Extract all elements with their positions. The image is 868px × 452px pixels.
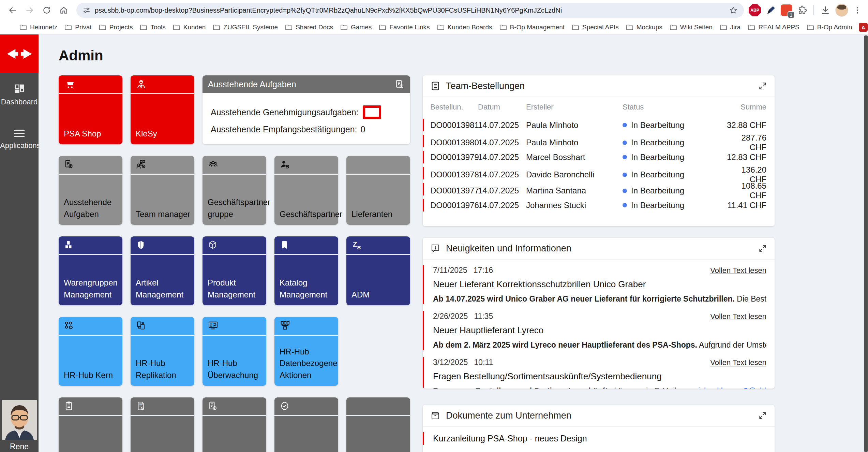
tile-unlabeled[interactable] <box>346 397 410 452</box>
news-body: Fragen zur Bestellung und Sortimentsausk… <box>433 387 766 389</box>
extensions-puzzle-icon[interactable] <box>797 5 807 15</box>
order-date: 14.07.2025 <box>478 152 526 162</box>
order-id: DO00013979 <box>430 152 478 162</box>
bookmark-folder-jira[interactable]: Jira <box>719 23 741 31</box>
expand-button[interactable] <box>758 244 767 253</box>
folder-icon <box>499 23 507 31</box>
dashboard-icon <box>0 83 39 95</box>
bookmark-folder-bop-admin[interactable]: B-Op Admin <box>806 23 852 31</box>
home-button[interactable] <box>56 2 72 18</box>
bookmark-adobe-acrobat[interactable]: AAdobe Acrobat <box>859 23 868 32</box>
table-row[interactable]: DO00013978 14.07.2025 Davide Baronchelli… <box>423 165 775 181</box>
tile-team-manager[interactable]: Team manager <box>131 156 194 225</box>
forward-icon <box>25 6 34 15</box>
tile-hr-hub-ueberwachung[interactable]: HR-Hub Überwachung <box>203 317 266 386</box>
site-info-icon[interactable] <box>83 6 91 14</box>
tile-lieferanten[interactable]: Lieferanten <box>346 156 410 225</box>
table-row[interactable]: DO00013981 14.07.2025 Paula Minhoto In B… <box>423 117 775 133</box>
shopping-cart-icon <box>64 79 75 90</box>
bookmark-folder-wiki-seiten[interactable]: Wiki Seiten <box>669 23 713 31</box>
tile-hr-hub-datenbezogene-aktionen[interactable]: HR-Hub Datenbezogene Aktionen <box>274 317 338 386</box>
table-row[interactable]: DO00013976 14.07.2025 Johannes Stucki In… <box>423 197 775 213</box>
svg-text:Z: Z <box>353 240 357 248</box>
read-more-link[interactable]: Vollen Text lesen <box>710 266 766 275</box>
bookmark-folder-tools[interactable]: Tools <box>139 23 165 31</box>
tile-artikel-management[interactable]: Artikel Management <box>131 236 194 305</box>
bookmark-folder-zugseil-systeme[interactable]: ZUGSEIL Systeme <box>212 23 278 31</box>
bookmark-folder-kunden[interactable]: Kunden <box>173 23 206 31</box>
scrollbar-thumb[interactable] <box>864 35 868 452</box>
dashboard-panels: Team-Bestellungen Bestellun. Datum Erste… <box>423 75 775 452</box>
expand-button[interactable] <box>758 82 767 90</box>
squares-icon <box>64 240 74 250</box>
bookmark-star-icon[interactable] <box>729 6 738 15</box>
news-title: Neuer Hauptlieferant Lyreco <box>433 325 766 336</box>
sidebar-item-dashboard[interactable]: Dashboard <box>0 83 39 106</box>
bookmark-folder-privat[interactable]: Privat <box>64 23 92 31</box>
adblock-extension-icon[interactable]: ABP <box>749 4 761 16</box>
tile-klesy[interactable]: KleSy <box>131 75 194 144</box>
forward-button[interactable] <box>22 2 38 18</box>
tile-document-percent[interactable] <box>203 397 266 452</box>
expand-button[interactable] <box>758 411 767 420</box>
bookmark-folder-heimnetz[interactable]: Heimnetz <box>19 23 57 31</box>
table-row[interactable]: DO00013977 14.07.2025 Martina Santana In… <box>423 181 775 197</box>
document-item[interactable]: Kurzanleitung PSA-Shop - neues Design <box>423 431 775 446</box>
bookmark-folder-favorite-links[interactable]: Favorite Links <box>378 23 430 31</box>
sync-devices-icon <box>136 320 146 331</box>
tile-label: Katalog Management <box>280 277 335 301</box>
pen-extension-icon[interactable] <box>766 5 776 15</box>
tile-adm[interactable]: Z ADM <box>346 236 410 305</box>
red-extension-icon[interactable]: 1 <box>781 4 792 16</box>
app-sidebar: Dashboard Applications Rene <box>0 34 39 452</box>
url-text[interactable]: psa.sbb.b-op.com/bop-desktop?BusinessPar… <box>95 6 729 14</box>
bookmarks-bar: Heimnetz Privat Projects Tools Kunden ZU… <box>0 20 868 34</box>
news-time: 17:16 <box>474 266 493 275</box>
bookmark-folder-mockups[interactable]: Mockups <box>626 23 662 31</box>
order-creator: Paula Minhoto <box>526 120 623 130</box>
cube-icon <box>208 240 218 250</box>
tile-clipboard[interactable] <box>59 397 122 452</box>
tile-ausstehende-aufgaben[interactable]: Ausstehende Aufgaben <box>59 156 122 225</box>
table-row[interactable]: DO00013979 14.07.2025 Marcel Bosshart In… <box>423 149 775 165</box>
profile-avatar[interactable] <box>835 4 848 17</box>
tile-produkt-management[interactable]: Produkt Management <box>203 236 266 305</box>
tile-vat-document[interactable]: VAT <box>131 397 194 452</box>
folder-icon <box>139 23 148 31</box>
bookmark-folder-bop-management[interactable]: B-Op Management <box>499 23 565 31</box>
bookmark-folder-games[interactable]: Games <box>340 23 372 31</box>
table-row[interactable]: DO00013980 14.07.2025 Paula Minhoto In B… <box>423 133 775 149</box>
folder-icon <box>64 23 72 31</box>
reload-button[interactable] <box>39 2 55 18</box>
tile-warengruppen-management[interactable]: Warengruppen Management <box>59 236 122 305</box>
tile-geschaeftspartner[interactable]: Geschäftspartner <box>274 156 338 225</box>
email-link[interactable]: michael.burren3@sbb.ch <box>692 387 766 389</box>
bookmark-folder-shared-docs[interactable]: Shared Docs <box>285 23 333 31</box>
bookmark-folder-realm-apps[interactable]: REALM APPS <box>747 23 799 31</box>
back-button[interactable] <box>5 2 20 18</box>
bookmark-folder-kunden-boards[interactable]: Kunden Boards <box>437 23 492 31</box>
tile-label: HR-Hub Überwachung <box>208 358 264 381</box>
tile-katalog-management[interactable]: Katalog Management <box>274 236 338 305</box>
read-more-link[interactable]: Vollen Text lesen <box>710 358 766 367</box>
sidebar-profile[interactable]: Rene <box>0 400 39 452</box>
sidebar-item-applications[interactable]: Applications <box>0 128 39 150</box>
address-bar[interactable]: psa.sbb.b-op.com/bop-desktop?BusinessPar… <box>76 3 744 18</box>
download-icon[interactable] <box>820 5 830 15</box>
folder-icon <box>806 23 814 31</box>
tile-geschaeftspartner-gruppe[interactable]: Geschäftspartner gruppe <box>203 156 266 225</box>
menu-kebab-icon[interactable] <box>853 6 862 15</box>
tile-check-circle[interactable] <box>274 397 338 452</box>
order-id: DO00013977 <box>430 186 478 195</box>
bookmark-folder-special-apis[interactable]: Special APIs <box>571 23 619 31</box>
document-percent-icon <box>208 401 218 411</box>
tile-hr-hub-kern[interactable]: HR-Hub Kern <box>59 317 122 386</box>
read-more-link[interactable]: Vollen Text lesen <box>710 312 766 321</box>
page-scrollbar[interactable] <box>864 34 868 452</box>
bookmark-folder-projects[interactable]: Projects <box>99 23 133 31</box>
sbb-logo[interactable] <box>0 34 39 73</box>
order-date: 14.07.2025 <box>478 186 526 195</box>
pending-tasks-title: Ausstehende Aufgaben <box>208 79 296 89</box>
tile-psa-shop[interactable]: PSA Shop <box>59 75 122 144</box>
tile-hr-hub-replikation[interactable]: HR-Hub Replikation <box>131 317 194 386</box>
